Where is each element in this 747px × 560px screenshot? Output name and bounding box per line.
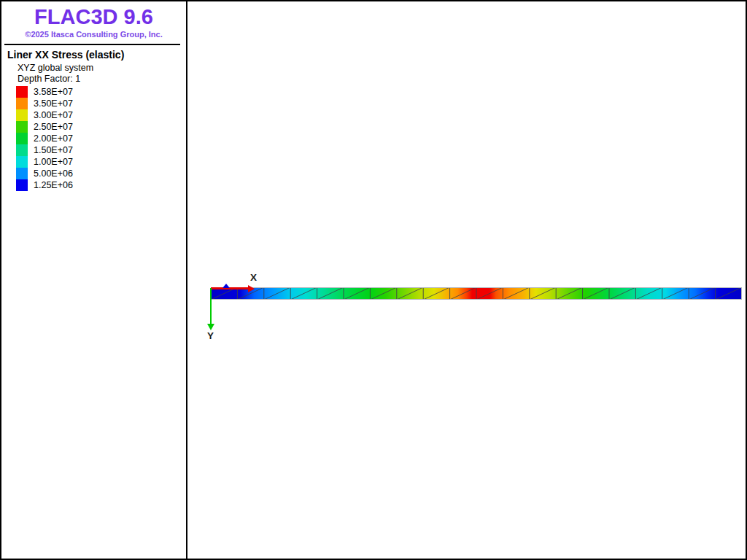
- liner-stress-strip: [211, 287, 742, 300]
- mesh-overlay: [211, 287, 742, 300]
- application-window: FLAC3D 9.6 ©2025 Itasca Consulting Group…: [0, 0, 747, 560]
- legend-color-swatch: [16, 144, 28, 156]
- color-scale: 3.58E+073.50E+073.00E+072.50E+072.00E+07…: [16, 86, 186, 191]
- legend-color-swatch: [16, 156, 28, 168]
- legend-color-swatch: [16, 168, 28, 179]
- legend-depth-factor: Depth Factor: 1: [18, 74, 186, 85]
- legend-entry: 1.00E+07: [16, 156, 186, 168]
- legend-value: 2.00E+07: [34, 133, 73, 144]
- copyright-text: ©2025 Itasca Consulting Group, Inc.: [1, 30, 186, 39]
- z-axis-marker-icon: [222, 284, 230, 288]
- legend-color-swatch: [16, 109, 28, 121]
- legend-entry: 2.00E+07: [16, 133, 186, 144]
- legend-entry: 3.00E+07: [16, 109, 186, 121]
- legend-coord-system: XYZ global system: [18, 63, 186, 74]
- legend-entry: 1.50E+07: [16, 144, 186, 156]
- legend-color-swatch: [16, 133, 28, 144]
- legend-value: 3.00E+07: [34, 110, 73, 120]
- legend-value: 3.58E+07: [34, 87, 73, 97]
- legend-value: 5.00E+06: [34, 168, 73, 179]
- app-title: FLAC3D 9.6: [1, 5, 186, 29]
- legend-title: Liner XX Stress (elastic): [7, 49, 186, 61]
- legend-panel: FLAC3D 9.6 ©2025 Itasca Consulting Group…: [1, 1, 187, 559]
- legend-entry: 5.00E+06: [16, 168, 186, 179]
- legend-entry: 3.58E+07: [16, 86, 186, 98]
- legend-entry: 1.25E+06: [16, 179, 186, 191]
- legend-entry: 3.50E+07: [16, 98, 186, 109]
- legend-entry: 2.50E+07: [16, 121, 186, 133]
- legend-color-swatch: [16, 86, 28, 98]
- legend-color-swatch: [16, 98, 28, 109]
- model-viewport[interactable]: X Y: [189, 1, 746, 559]
- x-axis-arrowhead-icon: [248, 285, 255, 292]
- legend-value: 1.25E+06: [34, 180, 73, 190]
- y-axis-label: Y: [207, 330, 214, 341]
- legend-color-swatch: [16, 179, 28, 191]
- legend-value: 1.50E+07: [34, 145, 73, 155]
- legend-color-swatch: [16, 121, 28, 133]
- y-axis-arrowhead-icon: [207, 324, 214, 330]
- legend-value: 3.50E+07: [34, 98, 73, 109]
- legend-value: 2.50E+07: [34, 122, 73, 132]
- legend-value: 1.00E+07: [34, 157, 73, 167]
- x-axis-label: X: [250, 272, 257, 283]
- header-divider: [4, 44, 180, 45]
- y-axis-arrow: [210, 288, 212, 324]
